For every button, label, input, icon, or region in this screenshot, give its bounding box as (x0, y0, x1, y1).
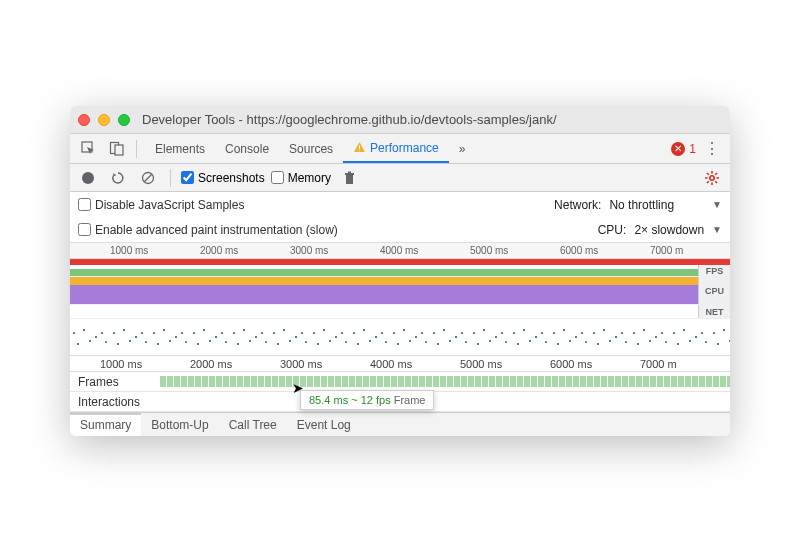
overview-lanes[interactable]: FPS CPU NET (70, 259, 730, 355)
titlebar: Developer Tools - https://googlechrome.g… (70, 106, 730, 134)
tab-performance[interactable]: Performance (343, 134, 449, 163)
svg-line-18 (715, 173, 717, 175)
panel-tabs: Elements Console Sources Performance » (145, 134, 475, 163)
tab-call-tree[interactable]: Call Tree (219, 413, 287, 436)
svg-point-10 (710, 175, 714, 179)
overview-ruler[interactable]: 1000 ms 2000 ms 3000 ms 4000 ms 5000 ms … (70, 243, 730, 259)
screenshots-checkbox[interactable]: Screenshots (181, 171, 265, 185)
frame-tooltip: 85.4 ms ~ 12 fps Frame (300, 390, 434, 410)
capture-settings-icon[interactable] (700, 166, 724, 190)
inspect-element-icon[interactable] (76, 137, 100, 161)
tab-sources[interactable]: Sources (279, 134, 343, 163)
cpu-throttling-select[interactable]: CPU: 2× slowdown ▼ (598, 223, 722, 237)
svg-rect-7 (346, 175, 353, 184)
performance-toolbar: Screenshots Memory (70, 164, 730, 192)
tab-console[interactable]: Console (215, 134, 279, 163)
disable-js-samples-input[interactable] (78, 198, 91, 211)
chevron-down-icon: ▼ (712, 199, 722, 210)
fps-lane: FPS (70, 265, 730, 277)
svg-line-16 (715, 181, 717, 183)
panel-tabbar: Elements Console Sources Performance » ✕… (70, 134, 730, 164)
collect-garbage-button[interactable] (337, 166, 361, 190)
chevron-down-icon: ▼ (712, 224, 722, 235)
reload-record-button[interactable] (106, 166, 130, 190)
svg-rect-2 (115, 145, 123, 155)
opt-row-2: Enable advanced paint instrumentation (s… (70, 217, 730, 242)
separator (170, 169, 171, 187)
screenshots-checkbox-input[interactable] (181, 171, 194, 184)
devtools-window: Developer Tools - https://googlechrome.g… (70, 106, 730, 436)
traffic-lights (78, 114, 130, 126)
memory-checkbox-input[interactable] (271, 171, 284, 184)
enable-paint-instrumentation-input[interactable] (78, 223, 91, 236)
svg-line-17 (707, 181, 709, 183)
svg-line-15 (707, 173, 709, 175)
opt-row-1: Disable JavaScript Samples Network: No t… (70, 192, 730, 217)
capture-options: Disable JavaScript Samples Network: No t… (70, 192, 730, 243)
tab-bottom-up[interactable]: Bottom-Up (141, 413, 218, 436)
error-icon: ✕ (671, 142, 685, 156)
heap-scatter (70, 319, 730, 355)
frames-strip (160, 376, 730, 387)
toggle-device-icon[interactable] (104, 137, 128, 161)
tabs-overflow[interactable]: » (449, 134, 476, 163)
network-throttling-select[interactable]: Network: No throttling ▼ (554, 198, 722, 212)
cpu-lane: CPU (70, 277, 730, 305)
disable-js-samples-checkbox[interactable]: Disable JavaScript Samples (78, 198, 244, 212)
svg-rect-4 (359, 150, 360, 151)
details-tabs: Summary Bottom-Up Call Tree Event Log (70, 412, 730, 436)
frames-track[interactable]: Frames (70, 372, 730, 392)
tab-summary[interactable]: Summary (70, 413, 141, 436)
console-error-badge[interactable]: ✕ 1 (671, 142, 696, 156)
svg-rect-3 (359, 145, 360, 149)
record-button[interactable] (76, 166, 100, 190)
clear-button[interactable] (136, 166, 160, 190)
svg-line-6 (144, 174, 152, 182)
zoom-window-button[interactable] (118, 114, 130, 126)
timeline-overview[interactable]: 1000 ms 2000 ms 3000 ms 4000 ms 5000 ms … (70, 243, 730, 412)
tab-elements[interactable]: Elements (145, 134, 215, 163)
svg-rect-9 (348, 171, 351, 173)
window-title: Developer Tools - https://googlechrome.g… (142, 112, 557, 127)
net-lane: NET (70, 305, 730, 319)
memory-checkbox[interactable]: Memory (271, 171, 331, 185)
cursor-icon: ➤ (292, 380, 304, 396)
enable-paint-instrumentation-checkbox[interactable]: Enable advanced paint instrumentation (s… (78, 223, 338, 237)
svg-rect-8 (345, 173, 354, 175)
close-window-button[interactable] (78, 114, 90, 126)
tab-event-log[interactable]: Event Log (287, 413, 361, 436)
minimize-window-button[interactable] (98, 114, 110, 126)
separator (136, 140, 137, 158)
interactions-track[interactable]: Interactions ➤ 85.4 ms ~ 12 fps Frame (70, 392, 730, 412)
flame-ruler[interactable]: 1000 ms 2000 ms 3000 ms 4000 ms 5000 ms … (70, 355, 730, 372)
warning-icon (353, 141, 366, 154)
more-menu-icon[interactable]: ⋮ (700, 137, 724, 161)
